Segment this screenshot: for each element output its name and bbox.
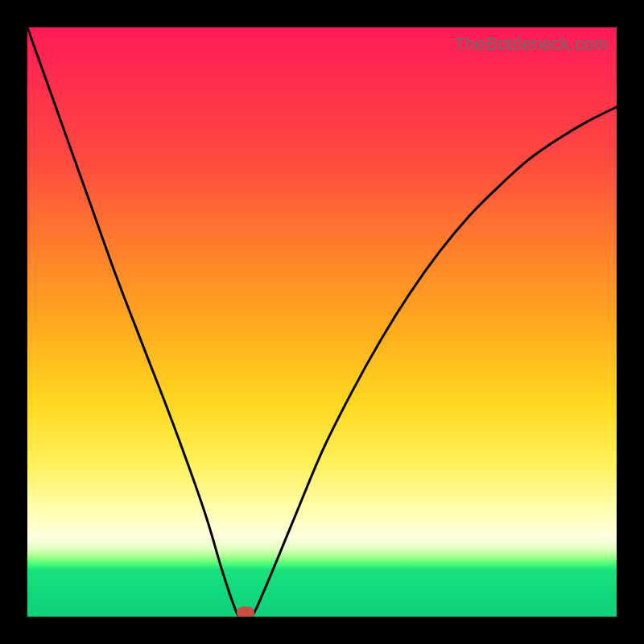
optimum-marker — [237, 607, 254, 617]
bottleneck-curve — [27, 27, 617, 617]
chart-frame: TheBottleneck.com — [0, 0, 644, 644]
plot-area: TheBottleneck.com — [27, 27, 617, 617]
